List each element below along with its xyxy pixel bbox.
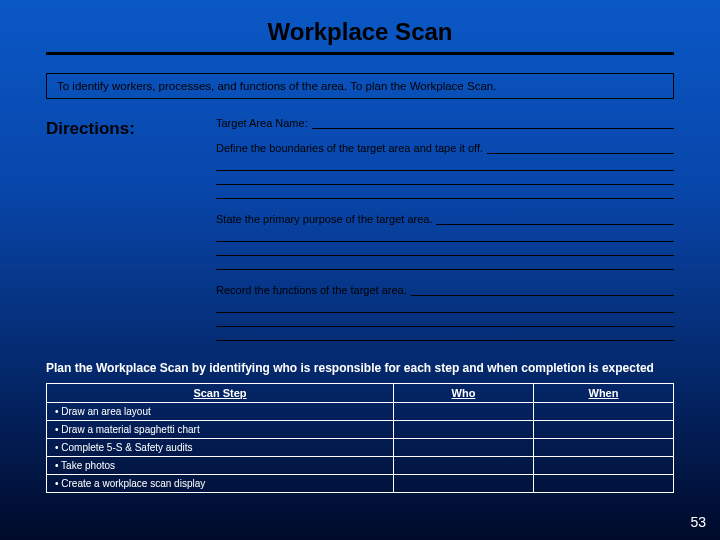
directions-row: Directions: Target Area Name: Define the…: [46, 117, 674, 341]
directions-body: Target Area Name: Define the boundaries …: [216, 117, 674, 341]
table-row: Take photos: [47, 456, 674, 474]
primary-purpose-blank-inline[interactable]: [436, 213, 674, 225]
table-row: Draw a material spaghetti chart: [47, 420, 674, 438]
step-cell: Complete 5-S & Safety audits: [47, 438, 394, 456]
col-header-when: When: [534, 383, 674, 402]
col-header-who: Who: [394, 383, 534, 402]
plan-heading: Plan the Workplace Scan by identifying w…: [46, 361, 674, 377]
slide: Workplace Scan To identify workers, proc…: [0, 0, 720, 540]
col-header-step: Scan Step: [47, 383, 394, 402]
boundaries-blank-3[interactable]: [216, 185, 674, 199]
table-row: Draw an area layout: [47, 402, 674, 420]
purpose-box: To identify workers, processes, and func…: [46, 73, 674, 99]
who-cell[interactable]: [394, 474, 534, 492]
page-title: Workplace Scan: [46, 18, 674, 48]
boundaries-blank-1[interactable]: [216, 157, 674, 171]
boundaries-blank-inline[interactable]: [487, 142, 674, 154]
when-cell[interactable]: [534, 420, 674, 438]
who-cell[interactable]: [394, 420, 534, 438]
boundaries-blank-2[interactable]: [216, 171, 674, 185]
who-cell[interactable]: [394, 402, 534, 420]
when-cell[interactable]: [534, 474, 674, 492]
functions-blank-2[interactable]: [216, 313, 674, 327]
target-area-blank[interactable]: [312, 117, 674, 129]
when-cell[interactable]: [534, 402, 674, 420]
when-cell[interactable]: [534, 456, 674, 474]
who-cell[interactable]: [394, 438, 534, 456]
target-area-label: Target Area Name:: [216, 117, 308, 129]
primary-purpose-label: State the primary purpose of the target …: [216, 213, 432, 225]
primary-purpose-blank-1[interactable]: [216, 228, 674, 242]
table-row: Complete 5-S & Safety audits: [47, 438, 674, 456]
scan-table: Scan Step Who When Draw an area layout D…: [46, 383, 674, 493]
when-cell[interactable]: [534, 438, 674, 456]
step-cell: Draw an area layout: [47, 402, 394, 420]
page-number: 53: [690, 514, 706, 530]
boundaries-label: Define the boundaries of the target area…: [216, 142, 483, 154]
table-header-row: Scan Step Who When: [47, 383, 674, 402]
primary-purpose-blank-2[interactable]: [216, 242, 674, 256]
step-cell: Create a workplace scan display: [47, 474, 394, 492]
functions-blank-1[interactable]: [216, 299, 674, 313]
step-cell: Draw a material spaghetti chart: [47, 420, 394, 438]
primary-purpose-blank-3[interactable]: [216, 256, 674, 270]
functions-blank-inline[interactable]: [411, 284, 674, 296]
functions-label: Record the functions of the target area.: [216, 284, 407, 296]
who-cell[interactable]: [394, 456, 534, 474]
table-row: Create a workplace scan display: [47, 474, 674, 492]
step-cell: Take photos: [47, 456, 394, 474]
functions-blank-3[interactable]: [216, 327, 674, 341]
directions-heading: Directions:: [46, 117, 216, 341]
title-underline: [46, 52, 674, 55]
